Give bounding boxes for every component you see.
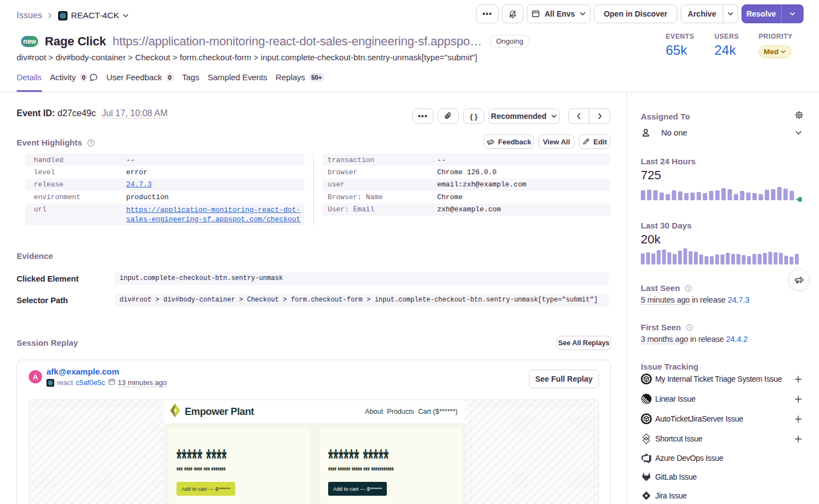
svg-text:?: ?: [688, 325, 691, 330]
svg-text:?: ?: [89, 140, 92, 146]
svg-text:?: ?: [687, 286, 690, 291]
